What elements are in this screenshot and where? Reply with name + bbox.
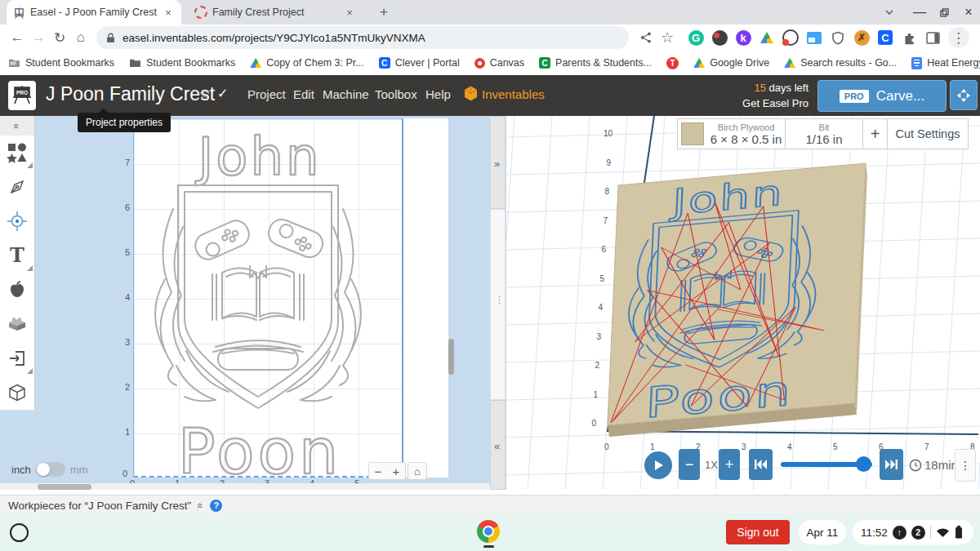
inventables-logo-icon[interactable]	[464, 86, 478, 101]
carve-button[interactable]: PRO Carve...	[817, 80, 947, 112]
zoom-home-button[interactable]: ⌂	[408, 462, 427, 480]
bit-settings-button[interactable]: Bit 1/16 in	[785, 118, 863, 149]
bookmark-item[interactable]: Student Bookmarks	[8, 57, 114, 69]
menu-help[interactable]: Help	[425, 87, 451, 101]
bookmark-item-t[interactable]: T	[666, 57, 679, 69]
material-dims: 6 × 8 × 0.5 in	[710, 132, 782, 146]
simulation-slider-handle[interactable]	[856, 456, 871, 472]
skip-to-end-button[interactable]	[880, 449, 903, 480]
shield-extension-icon[interactable]	[828, 28, 848, 47]
home-icon[interactable]: ⌂	[70, 27, 91, 48]
tab-family-crest[interactable]: Family Crest Project ×	[188, 0, 363, 24]
bookmark-item[interactable]: Search results - Go...	[784, 57, 897, 69]
wifi-icon	[936, 527, 950, 538]
sign-out-button[interactable]: Sign out	[726, 520, 790, 544]
divider-collapse-button[interactable]: «	[490, 400, 506, 490]
unit-mm-label: mm	[70, 464, 88, 476]
update-icon: ↑	[893, 526, 906, 540]
bookmark-item[interactable]: CClever | Portal	[379, 57, 460, 69]
drive-extension-icon[interactable]	[757, 28, 777, 47]
horizontal-scrollbar[interactable]	[38, 484, 91, 490]
divider-expand-button[interactable]: »	[490, 116, 506, 209]
get-easel-pro-link[interactable]: Get Easel Pro	[676, 96, 808, 111]
minimize-window-icon[interactable]: —	[908, 0, 931, 24]
trial-status[interactable]: 15 days left Get Easel Pro	[676, 80, 808, 111]
extensions-puzzle-icon[interactable]	[899, 28, 919, 47]
grammarly-extension-icon[interactable]: G	[686, 28, 706, 47]
url-bar[interactable]: easel.inventables.com/projects/Y9CJYlco1…	[96, 26, 629, 49]
project-title[interactable]: J Poon Family Crest	[46, 83, 215, 105]
blocked-extension-icon[interactable]: ✗	[852, 28, 871, 47]
reload-icon[interactable]: ↻	[49, 27, 70, 48]
bookmark-item[interactable]: Copy of Chem 3: Pr...	[250, 57, 364, 69]
share-icon[interactable]	[635, 27, 657, 48]
menu-machine[interactable]: Machine	[323, 87, 369, 101]
date-pill[interactable]: Apr 11	[799, 520, 846, 544]
skip-to-start-button[interactable]	[749, 449, 773, 480]
material-settings-button[interactable]: Birch Plywood6 × 8 × 0.5 in	[677, 118, 786, 149]
drive-icon	[784, 58, 795, 68]
divider-drag-handle[interactable]: ⋮⋮	[490, 209, 506, 400]
material-name: Birch Plywood	[710, 122, 782, 132]
text-tool[interactable]: T	[0, 238, 35, 273]
help-icon[interactable]: ?	[210, 500, 222, 512]
screenshot-extension-icon[interactable]	[804, 28, 824, 47]
menu-edit[interactable]: Edit	[293, 87, 314, 101]
speed-up-button[interactable]: +	[719, 449, 740, 480]
browser-menu-icon[interactable]: ⋮	[948, 27, 969, 48]
vertical-scrollbar[interactable]	[448, 339, 454, 375]
favorite-star-icon[interactable]: ☆	[198, 86, 211, 103]
three-d-tool[interactable]	[0, 375, 35, 411]
preview-3d-pane[interactable]: 109876543210012345678	[506, 116, 980, 490]
icons-library-tool[interactable]	[0, 273, 35, 308]
bookmark-item[interactable]: Google Drive	[693, 57, 769, 69]
speed-value: 1X	[705, 459, 718, 471]
chrome-app-icon[interactable]	[477, 520, 500, 543]
launcher-button[interactable]	[10, 523, 29, 542]
clever-extension-icon[interactable]: C	[875, 28, 895, 47]
side-panel-icon[interactable]	[923, 28, 942, 47]
shapes-tool[interactable]	[0, 136, 35, 171]
toolbar-collapse-button[interactable]: «	[0, 116, 35, 136]
material-blocks-tool[interactable]	[0, 307, 35, 342]
design-crest[interactable]	[137, 124, 410, 480]
back-icon[interactable]: ←	[7, 27, 28, 48]
target-extension-icon[interactable]	[781, 28, 800, 47]
jog-machine-button[interactable]	[950, 80, 978, 110]
speed-down-button[interactable]: −	[679, 449, 700, 480]
inventables-brand[interactable]: Inventables	[482, 87, 545, 101]
origin-tool[interactable]	[0, 204, 35, 239]
simulate-play-button[interactable]	[644, 451, 672, 479]
forward-icon[interactable]: →	[28, 27, 49, 48]
notification-count-badge: 2	[911, 526, 925, 540]
tab-easel[interactable]: Easel - J Poon Family Crest ×	[7, 0, 181, 24]
bookmark-item[interactable]: CParents & Students...	[539, 57, 652, 69]
add-bit-button[interactable]: +	[862, 118, 888, 149]
new-tab-button[interactable]: +	[374, 2, 394, 22]
unit-toggle[interactable]	[36, 462, 65, 477]
pen-tool[interactable]	[0, 170, 35, 205]
cut-settings-button[interactable]: Cut Settings	[887, 118, 969, 149]
status-tray[interactable]: 11:52 ↑ 2	[853, 520, 973, 544]
lock-icon	[106, 33, 115, 43]
bookmark-star-icon[interactable]: ☆	[657, 27, 678, 48]
zoom-out-button[interactable]: −	[375, 464, 382, 478]
zoom-in-button[interactable]: +	[393, 464, 400, 478]
close-tab-icon[interactable]: ×	[162, 6, 175, 19]
close-tab-icon[interactable]: ×	[343, 6, 356, 19]
bookmark-item[interactable]: Heat Energy Notes...	[911, 57, 980, 69]
restore-window-icon[interactable]	[933, 0, 956, 24]
menu-toolbox[interactable]: Toolbox	[375, 87, 417, 101]
preview-menu-button[interactable]: ⋮	[955, 449, 976, 482]
bookmark-item[interactable]: Canvas	[474, 57, 524, 69]
bookmarks-bar: Student Bookmarks Student Bookmarks Copy…	[0, 51, 980, 76]
kahoot-extension-icon[interactable]: k	[733, 28, 753, 47]
menu-project[interactable]: Project	[247, 87, 286, 101]
tab-search-chevron-icon[interactable]	[879, 0, 900, 24]
easel-pro-logo[interactable]: PRO	[8, 81, 36, 110]
close-window-icon[interactable]: ×	[957, 0, 980, 24]
pingpong-extension-icon[interactable]	[710, 28, 729, 47]
bookmark-item[interactable]: Student Bookmarks	[129, 57, 235, 69]
import-tool[interactable]	[0, 341, 35, 376]
collapse-workpieces-icon[interactable]: «	[194, 502, 207, 508]
